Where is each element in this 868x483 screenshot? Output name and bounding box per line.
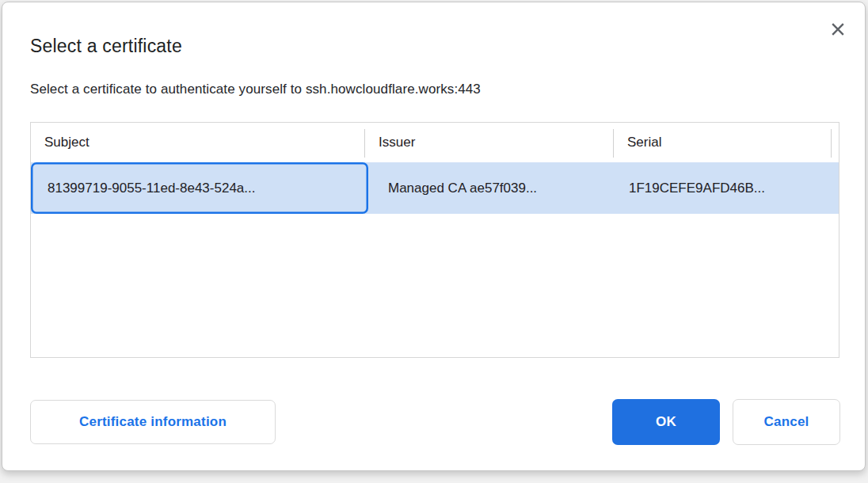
close-icon — [828, 29, 847, 41]
cancel-button[interactable]: Cancel — [733, 399, 840, 445]
table-header-row: Subject Issuer Serial — [31, 123, 839, 162]
ok-button[interactable]: OK — [612, 399, 720, 445]
certificate-row-issuer: Managed CA ae57f039... — [368, 162, 616, 214]
certificate-select-dialog: Select a certificate Select a certificat… — [2, 2, 866, 471]
dialog-subtitle: Select a certificate to authenticate you… — [30, 82, 481, 97]
column-header-subject: Subject — [31, 123, 365, 162]
close-button[interactable] — [825, 17, 851, 42]
column-header-issuer: Issuer — [365, 123, 614, 162]
certificate-information-button[interactable]: Certificate information — [30, 400, 276, 444]
column-header-stub — [832, 123, 839, 162]
certificate-row[interactable]: 81399719-9055-11ed-8e43-524a... Managed … — [31, 162, 839, 214]
certificate-row-serial: 1F19CEFE9AFD46B... — [616, 162, 834, 214]
column-header-serial: Serial — [614, 123, 832, 162]
certificate-table: Subject Issuer Serial 81399719-9055-11ed… — [30, 122, 839, 358]
dialog-title: Select a certificate — [30, 36, 182, 57]
certificate-row-subject: 81399719-9055-11ed-8e43-524a... — [31, 162, 368, 214]
